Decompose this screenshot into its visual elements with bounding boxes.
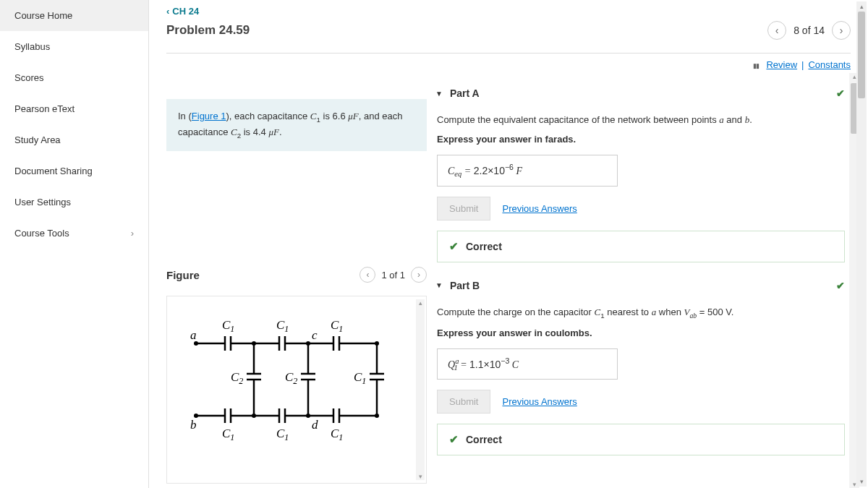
figure-prev-button[interactable]: ‹: [359, 267, 375, 283]
sidebar: Course Home Syllabus Scores Pearson eTex…: [0, 0, 149, 488]
sidebar-item-user-settings[interactable]: User Settings: [0, 187, 148, 218]
sidebar-item-study-area[interactable]: Study Area: [0, 124, 148, 155]
svg-point-35: [252, 414, 256, 418]
breadcrumb[interactable]: ‹ CH 24: [166, 6, 199, 17]
problem-prompt: In (Figure 1), each capacitance C1 is 6.…: [166, 99, 427, 151]
check-icon: ✔: [836, 87, 845, 99]
pager-text: 8 of 14: [793, 25, 825, 36]
figure-title: Figure: [166, 269, 200, 281]
part-b-question: Compute the charge on the capacitor C1 n…: [437, 306, 845, 320]
part-b-header[interactable]: ▼ Part B ✔: [435, 280, 845, 291]
collapse-icon: ▼: [435, 281, 443, 289]
part-a-previous-answers-link[interactable]: Previous Answers: [502, 203, 576, 214]
review-link[interactable]: Review: [766, 59, 797, 70]
svg-text:C1: C1: [331, 427, 343, 442]
constants-link[interactable]: Constants: [808, 59, 851, 70]
sidebar-item-course-tools[interactable]: Course Tools›: [0, 218, 148, 249]
svg-text:C2: C2: [231, 370, 243, 386]
part-b-answer: Qa1 = 1.1×10−3 C: [437, 348, 618, 380]
part-b-correct-badge: ✔ Correct: [437, 424, 845, 455]
figure-container: ab cd C1 C1 C1 C1 C1 C1 C2 C2 C1: [166, 296, 427, 484]
svg-text:C1: C1: [276, 427, 289, 442]
sidebar-item-syllabus[interactable]: Syllabus: [0, 31, 148, 62]
svg-text:a: a: [190, 328, 197, 342]
svg-text:C1: C1: [222, 318, 234, 334]
svg-point-38: [375, 341, 379, 346]
svg-text:b: b: [190, 418, 197, 432]
sidebar-item-scores[interactable]: Scores: [0, 62, 148, 93]
svg-text:C1: C1: [331, 318, 343, 334]
check-icon: ✔: [449, 433, 459, 446]
prev-problem-button[interactable]: ‹: [767, 21, 786, 40]
chevron-left-icon: ‹: [166, 6, 169, 17]
next-problem-button[interactable]: ›: [832, 21, 851, 40]
svg-text:c: c: [312, 328, 318, 342]
part-b-submit-button[interactable]: Submit: [437, 390, 490, 414]
figure-link[interactable]: Figure 1: [192, 111, 226, 121]
book-icon: [753, 59, 763, 70]
check-icon: ✔: [449, 240, 459, 253]
svg-text:C1: C1: [354, 370, 366, 386]
part-a-question: Compute the equivalent capacitance of th…: [437, 114, 845, 127]
svg-text:d: d: [312, 418, 318, 432]
circuit-diagram: ab cd C1 C1 C1 C1 C1 C1 C2 C2 C1: [174, 304, 399, 448]
part-b-previous-answers-link[interactable]: Previous Answers: [502, 396, 576, 407]
chevron-right-icon: ›: [131, 228, 134, 239]
check-icon: ✔: [836, 280, 845, 291]
part-a-correct-badge: ✔ Correct: [437, 231, 845, 262]
problem-title: Problem 24.59: [166, 23, 250, 38]
part-a-header[interactable]: ▼ Part A ✔: [435, 87, 845, 99]
svg-point-39: [375, 414, 379, 418]
part-a-submit-button[interactable]: Submit: [437, 197, 490, 221]
figure-pager-text: 1 of 1: [381, 270, 405, 281]
svg-text:C1: C1: [276, 318, 289, 334]
svg-text:C2: C2: [285, 370, 297, 386]
part-a-answer: Ceq = 2.2×10−6 F: [437, 155, 618, 186]
figure-scrollbar[interactable]: ▴▾: [416, 299, 425, 480]
page-scrollbar[interactable]: ▴ ▾: [856, 1, 867, 487]
sidebar-item-course-home[interactable]: Course Home: [0, 0, 148, 31]
sidebar-item-etext[interactable]: Pearson eText: [0, 93, 148, 124]
part-b-instruct: Express your answer in coulombs.: [437, 328, 845, 338]
sidebar-item-document-sharing[interactable]: Document Sharing: [0, 155, 148, 187]
svg-text:C1: C1: [222, 427, 234, 442]
svg-point-36: [306, 341, 310, 346]
problem-pager: ‹ 8 of 14 ›: [767, 21, 851, 40]
svg-point-37: [306, 414, 310, 418]
svg-point-34: [252, 341, 256, 346]
collapse-icon: ▼: [435, 90, 443, 98]
figure-next-button[interactable]: ›: [411, 267, 427, 283]
part-a-instruct: Express your answer in farads.: [437, 134, 845, 145]
main-content: ‹ CH 24 Problem 24.59 ‹ 8 of 14 › Review…: [149, 0, 868, 488]
